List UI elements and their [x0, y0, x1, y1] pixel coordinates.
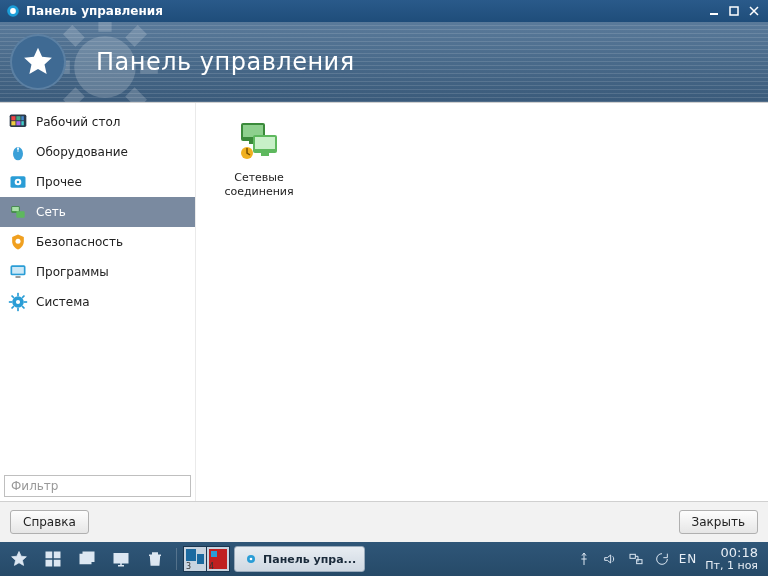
mouse-icon [8, 142, 28, 162]
tray-network-icon[interactable] [627, 550, 645, 568]
titlebar: Панель управления [0, 0, 768, 22]
tray-language[interactable]: EN [679, 552, 698, 566]
item-network-connections[interactable]: Сетевые соединения [216, 117, 302, 199]
svg-rect-13 [11, 116, 15, 120]
svg-rect-50 [46, 561, 51, 566]
svg-rect-45 [255, 137, 275, 149]
gear-icon [243, 551, 259, 567]
svg-rect-11 [125, 87, 147, 102]
sidebar-item-programs[interactable]: Программы [0, 257, 195, 287]
svg-rect-46 [261, 153, 269, 156]
footer: Справка Закрыть [0, 502, 768, 542]
svg-rect-9 [63, 87, 85, 102]
sidebar-item-label: Безопасность [36, 235, 123, 249]
svg-rect-16 [11, 121, 15, 125]
pager-workspace-3[interactable]: 3 [184, 547, 206, 571]
task-label: Панель упра... [263, 553, 356, 566]
content-area: Сетевые соединения [196, 103, 768, 501]
taskbar-active-task[interactable]: Панель упра... [234, 546, 365, 572]
sidebar: Рабочий стол Оборудование Прочее [0, 103, 196, 501]
taskbar-windows-icon[interactable] [72, 546, 102, 572]
svg-rect-10 [63, 25, 85, 47]
banner: Панель управления [0, 22, 768, 102]
sidebar-item-label: Оборудование [36, 145, 128, 159]
tray-usb-icon[interactable] [575, 550, 593, 568]
taskbar-desktop-icon[interactable] [106, 546, 136, 572]
svg-rect-51 [55, 561, 60, 566]
gear-box-icon [8, 172, 28, 192]
filter-wrap [0, 471, 195, 501]
network-icon [8, 202, 28, 222]
page-title: Панель управления [96, 48, 355, 76]
svg-rect-49 [55, 552, 60, 557]
sidebar-item-system[interactable]: Система [0, 287, 195, 317]
svg-point-56 [250, 558, 253, 561]
sidebar-item-label: Система [36, 295, 90, 309]
svg-rect-8 [125, 25, 147, 47]
sidebar-item-label: Рабочий стол [36, 115, 120, 129]
desktop-grid-icon [8, 112, 28, 132]
sidebar-item-label: Прочее [36, 175, 82, 189]
network-connections-icon [235, 117, 283, 165]
svg-rect-35 [9, 301, 12, 303]
svg-rect-18 [21, 121, 24, 125]
svg-rect-57 [630, 554, 635, 558]
tray-clock[interactable]: 00:18 Пт, 1 ноя [705, 546, 758, 572]
sidebar-item-label: Программы [36, 265, 109, 279]
pager-workspace-4[interactable]: 4 [207, 547, 229, 571]
system-tray: EN 00:18 Пт, 1 ноя [575, 546, 764, 572]
svg-rect-54 [114, 554, 128, 563]
svg-point-32 [16, 300, 20, 304]
sidebar-item-desktop[interactable]: Рабочий стол [0, 107, 195, 137]
sidebar-item-security[interactable]: Безопасность [0, 227, 195, 257]
workspace-pager[interactable]: 3 4 [183, 546, 230, 572]
sidebar-item-network[interactable]: Сеть [0, 197, 195, 227]
window-title: Панель управления [26, 4, 163, 18]
close-window-button[interactable]: Закрыть [679, 510, 758, 534]
sidebar-item-other[interactable]: Прочее [0, 167, 195, 197]
shield-icon [8, 232, 28, 252]
svg-rect-33 [17, 293, 19, 296]
banner-star-icon [10, 34, 66, 90]
help-button[interactable]: Справка [10, 510, 89, 534]
item-label: Сетевые соединения [224, 171, 293, 199]
svg-rect-14 [16, 116, 20, 120]
svg-rect-58 [636, 560, 641, 564]
svg-rect-2 [730, 7, 738, 15]
svg-rect-29 [12, 267, 24, 274]
tray-volume-icon[interactable] [601, 550, 619, 568]
body: Рабочий стол Оборудование Прочее [0, 102, 768, 502]
gear-icon [8, 292, 28, 312]
monitor-icon [8, 262, 28, 282]
svg-rect-36 [24, 301, 27, 303]
svg-rect-25 [16, 211, 24, 218]
svg-rect-30 [16, 276, 21, 278]
svg-rect-15 [21, 116, 24, 120]
svg-rect-1 [710, 13, 718, 15]
tray-updates-icon[interactable] [653, 550, 671, 568]
svg-point-23 [17, 181, 20, 184]
maximize-button[interactable] [726, 3, 742, 19]
svg-rect-34 [17, 308, 19, 311]
svg-rect-48 [46, 552, 51, 557]
category-list: Рабочий стол Оборудование Прочее [0, 103, 195, 471]
sidebar-item-hardware[interactable]: Оборудование [0, 137, 195, 167]
start-button[interactable] [4, 546, 34, 572]
sidebar-item-label: Сеть [36, 205, 66, 219]
svg-point-20 [17, 148, 19, 150]
filter-input[interactable] [4, 475, 191, 497]
svg-rect-17 [16, 121, 20, 125]
svg-rect-53 [83, 552, 94, 561]
taskbar: 3 4 Панель упра... EN 00:18 Пт, 1 ноя [0, 542, 768, 576]
taskbar-trash-icon[interactable] [140, 546, 170, 572]
control-panel-window: Панель управления Панель управления [0, 0, 768, 542]
svg-point-27 [16, 239, 21, 244]
svg-rect-26 [12, 207, 19, 211]
close-button[interactable] [746, 3, 762, 19]
taskbar-grid-icon[interactable] [38, 546, 68, 572]
svg-rect-4 [98, 22, 111, 32]
app-icon [6, 4, 20, 18]
minimize-button[interactable] [706, 3, 722, 19]
